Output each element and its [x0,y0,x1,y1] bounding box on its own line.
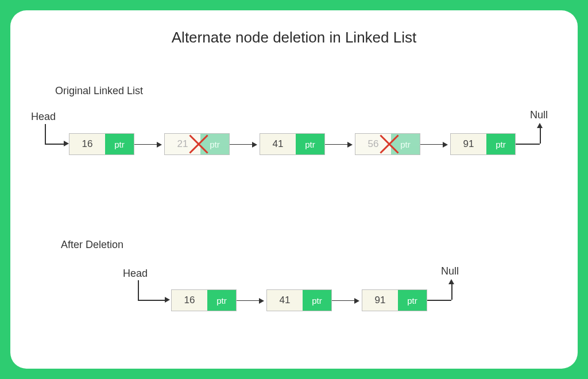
head-label-original: Head [31,111,56,123]
after-node-0: 16 ptr [171,289,237,311]
orig-node-0: 16 ptr [69,133,134,155]
orig-node-1-deleted: 21 ptr [164,133,230,155]
null-label-original: Null [530,109,548,121]
node-ptr: ptr [296,134,324,154]
link-arrow [134,144,161,145]
node-ptr: ptr [486,134,515,154]
null-label-after: Null [441,265,459,277]
link-arrow [420,144,447,145]
node-value: 41 [267,290,303,311]
after-label: After Deletion [61,239,123,251]
link-arrow [332,300,358,301]
head-label-after: Head [123,268,148,280]
node-value: 41 [260,134,296,154]
after-node-2: 91 ptr [362,289,427,311]
diagram-title: Alternate node deletion in Linked List [10,29,578,47]
node-ptr: ptr [105,134,134,154]
frame: Alternate node deletion in Linked List O… [0,0,588,379]
link-arrow [325,144,351,145]
orig-node-2: 41 ptr [260,133,325,155]
node-ptr: ptr [398,290,427,311]
orig-node-3-deleted: 56 ptr [355,133,420,155]
node-value: 21 [165,134,200,154]
node-value: 91 [451,134,486,154]
link-arrow [230,144,256,145]
node-value: 16 [172,290,207,311]
node-ptr: ptr [207,290,236,311]
node-value: 91 [362,290,398,311]
node-ptr: ptr [391,134,420,154]
link-arrow [237,300,263,301]
node-ptr: ptr [303,290,331,311]
node-value: 56 [355,134,391,154]
after-node-1: 41 ptr [266,289,332,311]
original-label: Original Linked List [55,85,143,97]
node-ptr: ptr [200,134,229,154]
diagram-canvas: Alternate node deletion in Linked List O… [10,10,578,369]
node-value: 16 [69,134,105,154]
orig-node-4: 91 ptr [450,133,516,155]
